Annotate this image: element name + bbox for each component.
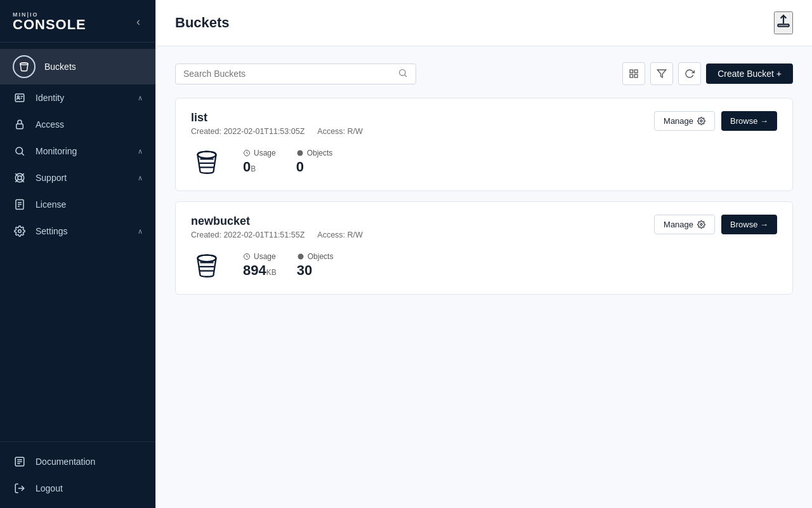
bucket-icon-list: [191, 146, 223, 178]
usage-stat-list: buckets Usage 0B: [243, 149, 276, 175]
objects-icon-newbucket: [297, 253, 304, 260]
browse-button-list[interactable]: Browse →: [721, 111, 777, 131]
svg-point-33: [700, 120, 702, 122]
create-bucket-button[interactable]: Create Bucket +: [706, 64, 793, 84]
logo-console: CONSOLE: [13, 18, 86, 32]
sidebar-nav: Buckets Identity ∧: [0, 43, 155, 441]
usage-icon: [243, 149, 251, 157]
upload-icon-button[interactable]: [774, 11, 793, 34]
sidebar-monitoring-label: Monitoring: [36, 146, 77, 156]
bucket-created-newbucket: Created: 2022-02-01T11:51:55Z: [191, 231, 304, 239]
svg-point-18: [18, 230, 22, 233]
bucket-name-list: list: [191, 111, 363, 124]
objects-stat-newbucket: Objects 30: [297, 252, 334, 279]
objects-value-list: 0: [296, 159, 333, 175]
documentation-icon: [13, 455, 27, 469]
browse-button-newbucket[interactable]: Browse →: [721, 215, 777, 234]
objects-icon: [296, 149, 304, 157]
bucket-card-list: list Created: 2022-02-01T11:53:05Z Acces…: [175, 98, 793, 191]
svg-point-0: [20, 63, 28, 65]
sidebar-item-access[interactable]: Access: [0, 111, 155, 138]
sidebar-item-support[interactable]: Support ∧: [0, 164, 155, 191]
bucket-card-newbucket: newbucket Created: 2022-02-01T11:51:55Z …: [175, 201, 793, 295]
manage-button-newbucket[interactable]: Manage: [654, 215, 715, 234]
sidebar-item-license[interactable]: License: [0, 191, 155, 218]
svg-point-40: [700, 224, 702, 225]
sidebar-collapse-button[interactable]: ‹: [134, 13, 143, 31]
sidebar-license-label: License: [36, 199, 66, 210]
svg-point-6: [16, 147, 23, 154]
access-icon: [13, 117, 27, 131]
usage-value-list: 0: [243, 159, 251, 175]
settings-arrow-icon: ∧: [138, 227, 143, 236]
bucket-name-newbucket: newbucket: [191, 215, 363, 228]
license-icon: [13, 197, 27, 211]
svg-line-27: [405, 75, 407, 77]
usage-icon-newbucket: [243, 253, 251, 260]
svg-point-26: [400, 69, 405, 75]
search-input[interactable]: [183, 69, 398, 79]
svg-line-7: [22, 153, 23, 155]
sidebar-item-buckets[interactable]: Buckets: [0, 49, 155, 84]
logo-text: MIN|IO CONSOLE: [13, 11, 86, 32]
main-body: Create Bucket + list Created: 2022-02-01…: [156, 46, 812, 508]
filter-button[interactable]: [650, 62, 673, 85]
buckets-icon-circle: [13, 55, 36, 78]
sidebar-buckets-label: Buckets: [44, 62, 76, 72]
logout-icon: [13, 481, 27, 495]
refresh-button[interactable]: [678, 62, 701, 85]
sidebar-access-label: Access: [36, 119, 64, 130]
identity-arrow-icon: ∧: [138, 94, 143, 102]
svg-rect-28: [630, 70, 633, 73]
sidebar-item-logout[interactable]: Logout: [0, 475, 155, 502]
monitoring-icon: [13, 144, 27, 158]
search-icon: [398, 68, 408, 80]
sidebar: MIN|IO CONSOLE ‹ Buckets: [0, 0, 155, 508]
sidebar-logo: MIN|IO CONSOLE ‹: [0, 0, 155, 43]
svg-rect-31: [635, 74, 638, 77]
toolbar: Create Bucket +: [175, 62, 793, 85]
settings-icon: [13, 224, 27, 238]
main-header: Buckets: [156, 0, 812, 46]
support-arrow-icon: ∧: [138, 174, 143, 182]
sidebar-item-monitoring[interactable]: Monitoring ∧: [0, 138, 155, 164]
svg-rect-29: [635, 70, 638, 73]
toolbar-actions: Create Bucket +: [622, 62, 793, 85]
monitoring-arrow-icon: ∧: [138, 147, 143, 156]
sidebar-support-label: Support: [36, 173, 67, 183]
svg-marker-32: [658, 70, 666, 77]
svg-point-2: [17, 96, 19, 98]
usage-stat-newbucket: Usage 894KB: [243, 252, 277, 279]
svg-point-9: [18, 176, 22, 180]
grid-view-button[interactable]: [622, 62, 645, 85]
search-box: [175, 64, 416, 84]
svg-point-41: [198, 255, 216, 262]
bucket-icon-newbucket: [191, 250, 223, 281]
manage-button-list[interactable]: Manage: [654, 111, 715, 131]
identity-icon: [13, 91, 27, 105]
bucket-created-list: Created: 2022-02-01T11:53:05Z: [191, 127, 304, 136]
svg-rect-5: [16, 124, 23, 129]
svg-point-39: [297, 150, 303, 156]
objects-value-newbucket: 30: [297, 262, 334, 279]
main-content: Buckets: [155, 0, 812, 508]
sidebar-item-settings[interactable]: Settings ∧: [0, 218, 155, 244]
page-title: Buckets: [175, 15, 230, 31]
svg-rect-1: [15, 94, 24, 102]
bucket-stats-list: buckets Usage 0B Objects 0: [191, 146, 777, 178]
sidebar-identity-label: Identity: [36, 93, 64, 103]
sidebar-item-documentation[interactable]: Documentation: [0, 448, 155, 475]
gear-icon: [697, 117, 705, 125]
sidebar-documentation-label: Documentation: [36, 457, 95, 467]
usage-unit-list: B: [251, 164, 256, 173]
usage-value-newbucket: 894: [243, 262, 266, 278]
support-icon: [13, 171, 27, 185]
bucket-access-newbucket: Access: R/W: [317, 231, 363, 239]
sidebar-settings-label: Settings: [36, 226, 68, 236]
svg-point-34: [198, 152, 216, 159]
bucket-stats-newbucket: Usage 894KB Objects 30: [191, 250, 777, 281]
sidebar-bottom: Documentation Logout: [0, 441, 155, 508]
sidebar-item-identity[interactable]: Identity ∧: [0, 84, 155, 111]
sidebar-logout-label: Logout: [36, 483, 63, 493]
bucket-access-list: Access: R/W: [317, 127, 363, 136]
